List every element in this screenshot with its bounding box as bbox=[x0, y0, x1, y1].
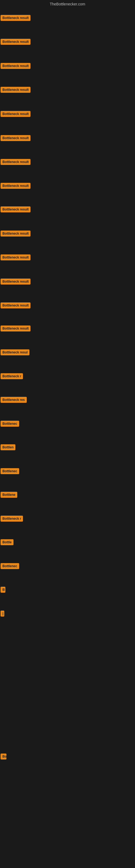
list-item: Bottleneck result bbox=[1, 207, 31, 214]
list-item: Bottleneck result bbox=[1, 111, 31, 118]
bottleneck-badge[interactable]: Bottleneck res bbox=[1, 397, 27, 403]
bottleneck-badge[interactable]: Bottlenec bbox=[1, 421, 19, 427]
list-item: Bottlene bbox=[1, 492, 17, 499]
bottleneck-badge[interactable]: Bottleneck result bbox=[1, 111, 31, 117]
list-item: Bottleneck result bbox=[1, 183, 31, 190]
bottleneck-badge[interactable]: Bottlenec bbox=[1, 468, 19, 474]
bottleneck-badge[interactable]: Bottleneck r bbox=[1, 516, 23, 522]
bottleneck-badge[interactable]: Bottleneck result bbox=[1, 87, 31, 93]
bottleneck-badge[interactable]: Bottle bbox=[1, 539, 13, 545]
bottleneck-badge[interactable]: Bottleneck resul bbox=[1, 349, 30, 355]
list-item: Bottleneck r bbox=[1, 516, 23, 523]
list-item: Bottleneck result bbox=[1, 135, 31, 142]
list-item: Bottleneck result bbox=[1, 87, 31, 94]
bottleneck-badge[interactable]: Bottleneck result bbox=[1, 135, 31, 141]
page-wrapper: TheBottlenecker.com Bottleneck resultBot… bbox=[0, 0, 135, 868]
list-item: Bottle bbox=[1, 539, 13, 546]
bottleneck-badge[interactable]: Bottleneck result bbox=[1, 279, 31, 284]
bottleneck-badge[interactable]: Bottleneck result bbox=[1, 183, 31, 189]
list-item: B bbox=[1, 587, 5, 594]
bottleneck-badge[interactable]: Bottleneck result bbox=[1, 207, 31, 212]
list-item: Bottlenec bbox=[1, 421, 19, 428]
bottleneck-badge[interactable]: Bottleneck result bbox=[1, 63, 31, 69]
bottleneck-badge[interactable]: Bottleneck result bbox=[1, 254, 31, 260]
bottleneck-badge[interactable]: Bottleneck result bbox=[1, 303, 31, 308]
bottleneck-badge[interactable]: Bottleneck result bbox=[1, 326, 31, 332]
list-item: Bottleneck result bbox=[1, 303, 31, 310]
list-item: Bottleneck result bbox=[1, 39, 31, 46]
list-item: Bottleneck resul bbox=[1, 349, 30, 356]
list-item: Bo bbox=[1, 753, 6, 761]
bottleneck-badge[interactable]: Bottleneck result bbox=[1, 159, 31, 165]
bottleneck-badge[interactable]: | bbox=[1, 611, 4, 617]
bottleneck-badge[interactable]: Bottleneck result bbox=[1, 15, 31, 21]
list-item: Bottleneck result bbox=[1, 15, 31, 22]
list-item: Bottleneck result bbox=[1, 159, 31, 166]
bottleneck-badge[interactable]: Bottlene bbox=[1, 492, 17, 498]
site-header: TheBottlenecker.com bbox=[0, 0, 135, 8]
list-item: Bottlenec bbox=[1, 563, 19, 570]
list-item: Bottleneck result bbox=[1, 254, 31, 261]
list-item: Bottlenec bbox=[1, 468, 19, 475]
bottleneck-badge[interactable]: Bottlen bbox=[1, 444, 15, 450]
bottleneck-badge[interactable]: Bo bbox=[1, 753, 6, 760]
bottleneck-badge[interactable]: Bottleneck r bbox=[1, 373, 23, 379]
list-item: Bottlen bbox=[1, 444, 15, 452]
list-item: Bottleneck result bbox=[1, 326, 31, 333]
bottleneck-badge[interactable]: B bbox=[1, 587, 5, 593]
list-item: Bottleneck r bbox=[1, 373, 23, 380]
list-item: Bottleneck result bbox=[1, 279, 31, 286]
bottleneck-badge[interactable]: Bottleneck result bbox=[1, 39, 31, 45]
bottleneck-badge[interactable]: Bottleneck result bbox=[1, 230, 31, 237]
list-item: Bottleneck res bbox=[1, 397, 27, 404]
bottleneck-badge[interactable]: Bottlenec bbox=[1, 563, 19, 569]
list-item: Bottleneck result bbox=[1, 63, 31, 70]
site-title: TheBottlenecker.com bbox=[50, 2, 85, 6]
list-item: | bbox=[1, 611, 4, 618]
list-item: Bottleneck result bbox=[1, 230, 31, 238]
